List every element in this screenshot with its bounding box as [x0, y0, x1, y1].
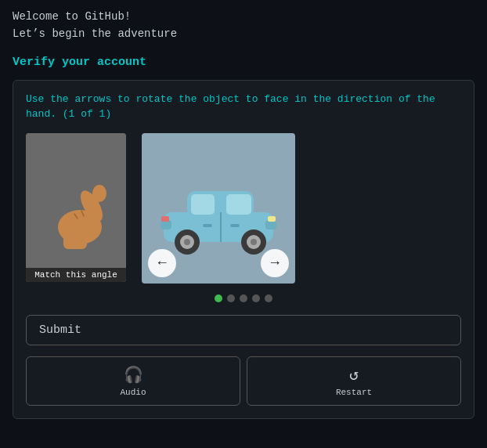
bottom-row: 🎧 Audio ↺ Restart [26, 356, 461, 406]
reference-image: Match this angle [26, 133, 126, 282]
welcome-text: Welcome to GitHub! Let’s begin the adven… [13, 8, 474, 43]
hand-icon [37, 161, 115, 255]
svg-rect-8 [226, 194, 251, 215]
dot-5 [265, 294, 272, 302]
svg-point-20 [184, 239, 190, 245]
restart-button[interactable]: ↺ Restart [247, 356, 461, 406]
match-label: Match this angle [26, 268, 126, 282]
svg-point-2 [92, 185, 106, 202]
instruction-text: Use the arrows to rotate the object to f… [26, 92, 461, 122]
svg-rect-5 [63, 235, 87, 249]
submit-button[interactable]: Submit [26, 315, 461, 345]
svg-rect-21 [230, 224, 240, 227]
svg-rect-14 [161, 216, 169, 222]
rotate-image-wrapper: ← → [142, 133, 295, 284]
restart-icon: ↺ [349, 365, 359, 385]
verify-heading: Verify your account [13, 56, 474, 69]
svg-rect-9 [191, 194, 215, 215]
dot-1 [215, 294, 222, 302]
rotate-image: ← → [142, 133, 295, 284]
ref-bg [26, 133, 126, 282]
captcha-box: Use the arrows to rotate the object to f… [13, 80, 474, 419]
car-icon [152, 161, 285, 255]
svg-rect-22 [203, 224, 212, 227]
dot-2 [227, 294, 235, 302]
images-row: Match this angle [26, 133, 461, 284]
restart-label: Restart [336, 388, 372, 397]
nav-buttons: ← → [142, 249, 295, 277]
headphones-icon: 🎧 [124, 365, 143, 385]
dot-3 [240, 294, 247, 302]
audio-button[interactable]: 🎧 Audio [26, 356, 240, 406]
reference-image-wrapper: Match this angle [26, 133, 126, 284]
rotate-left-button[interactable]: ← [148, 249, 176, 277]
dot-4 [252, 294, 260, 302]
svg-rect-13 [268, 216, 276, 222]
rotate-right-button[interactable]: → [261, 249, 289, 277]
progress-dots [26, 294, 461, 302]
audio-label: Audio [120, 388, 146, 397]
svg-point-17 [251, 239, 257, 245]
